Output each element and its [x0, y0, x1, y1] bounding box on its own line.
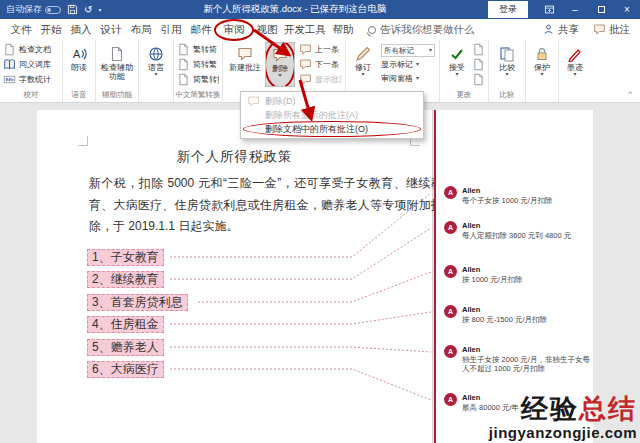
convert-icon [177, 73, 190, 86]
comment-card[interactable]: A Allen独生子女按 2000 元/月，非独生子女每人不超过 1000 元/… [444, 345, 590, 374]
accept-button[interactable]: 接受 ▾ [443, 42, 471, 87]
comment-bubble-icon [593, 23, 606, 36]
comment-card[interactable]: A Allen按 800 元-1500 元/月扣除 [444, 305, 590, 324]
undo-icon[interactable]: ↺ [84, 5, 92, 15]
group-accessibility: 检查辅助功能 辅助功能 [96, 40, 139, 102]
group-label-changes: 更改 [440, 89, 488, 101]
menu-item-delete[interactable]: 删除(D) [241, 94, 423, 108]
comment-card[interactable]: A Allen按 1000 元/月扣除 [444, 265, 590, 284]
tab-home[interactable]: 开始 [36, 20, 66, 40]
thesaurus-icon [3, 58, 16, 71]
highlighted-item-6[interactable]: 6、大病医疗 [87, 361, 164, 378]
tab-layout[interactable]: 布局 [126, 20, 156, 40]
delete-comment-button[interactable]: 删除 ▾ [265, 42, 295, 87]
share-icon [542, 23, 555, 36]
comment-card[interactable]: A Allen每人定额扣除 3600 元到 4800 元 [444, 221, 590, 240]
save-icon[interactable] [67, 4, 78, 15]
tab-references[interactable]: 引用 [156, 20, 186, 40]
tab-developer[interactable]: 开发工具 [282, 20, 328, 40]
avatar: A [444, 186, 457, 199]
delete-comment-icon [272, 47, 288, 63]
tab-design[interactable]: 设计 [96, 20, 126, 40]
highlighted-item-3[interactable]: 3、首套房贷利息 [87, 294, 188, 311]
ribbon-tab-row: 文件 开始 插入 设计 布局 引用 邮件 审阅 视图 开发工具 帮助 告诉我你想… [0, 19, 640, 40]
convert-icon [177, 58, 190, 71]
highlighted-item-2[interactable]: 2、继续教育 [87, 271, 164, 288]
menu-item-delete-all-in-document[interactable]: 删除文档中的所有批注(O) [241, 122, 423, 136]
tab-review[interactable]: 审阅 [216, 20, 252, 40]
compare-icon [499, 46, 515, 62]
document-title-bar-text: 新个人所得税政策.docx - 已保存到这台电脑 [101, 3, 488, 16]
sign-in-button[interactable]: 登录 [488, 1, 528, 18]
simplified-to-traditional-button[interactable]: 简转繁 [177, 57, 219, 71]
ink-button[interactable]: 墨迹 ▾ [562, 42, 588, 87]
share-button[interactable]: 共享 [542, 23, 579, 37]
previous-comment-icon [299, 43, 312, 56]
show-markup-dropdown[interactable]: 显示标记 ▾ [381, 58, 436, 71]
document-heading: 新个人所得税政策 [37, 148, 432, 166]
delete-comment-icon [247, 95, 260, 108]
qat-customize-icon[interactable]: ▾ [98, 6, 101, 13]
group-speech: 朗读 语音 [63, 40, 96, 102]
previous-change-icon[interactable] [472, 58, 485, 71]
tab-view[interactable]: 视图 [252, 20, 282, 40]
highlighted-item-5[interactable]: 5、赡养老人 [87, 339, 164, 356]
previous-comment-button[interactable]: 上一条 [299, 42, 342, 57]
group-label-accessibility: 辅助功能 [96, 89, 138, 101]
collapse-ribbon-icon[interactable]: ^ [628, 89, 632, 98]
show-comments-button[interactable]: 显示批注 [299, 72, 342, 87]
group-language: 语言 ▾ [139, 40, 174, 102]
reject-icon[interactable] [472, 43, 485, 56]
compare-button[interactable]: 比较 ▾ [492, 42, 522, 87]
comment-author: Allen [462, 186, 480, 195]
comment-card[interactable]: A Allen每个子女按 1000 元/月扣除 [444, 186, 590, 205]
group-label-speech: 语音 [63, 89, 95, 101]
track-changes-button[interactable]: 修订 ▾ [349, 42, 377, 87]
group-changes: 接受 ▾ 更改 [440, 40, 489, 102]
watermark-site: jingyanzongjie.com [489, 425, 637, 440]
new-comment-icon [237, 46, 253, 62]
group-compare: 比较 ▾ 比较 [489, 40, 526, 102]
maximize-button[interactable] [588, 0, 614, 19]
highlighted-item-1[interactable]: 1、子女教育 [87, 249, 164, 266]
traditional-to-simplified-button[interactable]: 繁转简 [177, 42, 219, 56]
check-accessibility-button[interactable]: 检查辅助功能 [99, 42, 135, 87]
ribbon-display-options-icon[interactable] [536, 0, 562, 19]
tell-me-search[interactable]: 告诉我你想要做什么 [368, 23, 475, 37]
thesaurus-button[interactable]: 同义词库 [3, 57, 59, 71]
convert-icon [177, 43, 190, 56]
protect-button[interactable]: 保护 ▾ [529, 42, 555, 87]
tab-mailings[interactable]: 邮件 [186, 20, 216, 40]
tab-file[interactable]: 文件 [6, 20, 36, 40]
comment-text: 按 1000 元/月扣除 [462, 275, 522, 284]
tab-insert[interactable]: 插入 [66, 20, 96, 40]
accept-icon [449, 46, 465, 62]
new-comment-button[interactable]: 新建批注 [226, 42, 264, 87]
next-comment-button[interactable]: 下一条 [299, 57, 342, 72]
display-for-review-dropdown[interactable]: 所有标记 ▾ [381, 44, 435, 57]
ribbon-tabs: 文件 开始 插入 设计 布局 引用 邮件 审阅 视图 开发工具 帮助 [0, 20, 358, 40]
conversion-button[interactable]: 简繁转换 [177, 73, 219, 87]
close-button[interactable]: × [614, 0, 640, 19]
group-label-proofing: 校对 [0, 89, 62, 101]
tab-help[interactable]: 帮助 [328, 20, 358, 40]
autosave-toggle[interactable]: 自动保存 [6, 3, 61, 16]
margin-corner-mark [78, 136, 88, 146]
language-button[interactable]: 语言 ▾ [142, 42, 170, 87]
comment-text: 按 800 元-1500 元/月扣除 [462, 315, 547, 324]
check-document-button[interactable]: 检查文档 [3, 42, 59, 56]
comment-text: 独生子女按 2000 元/月，非独生子女每人不超过 1000 元/月扣除 [462, 355, 590, 374]
menu-item-delete-all-shown[interactable]: 删除所有显示的批注(A) [241, 108, 423, 122]
next-change-icon[interactable] [472, 73, 485, 86]
read-aloud-button[interactable]: 朗读 [66, 42, 92, 87]
comment-author: Allen [462, 305, 480, 314]
word-count-button[interactable]: 字数统计 [3, 73, 59, 87]
highlighted-item-4[interactable]: 4、住房租金 [87, 316, 164, 333]
minimize-button[interactable]: – [562, 0, 588, 19]
document-page[interactable]: 新个人所得税政策 新个税，扣除 5000 元和“三险一金”，还可享受子女教育、继… [37, 110, 433, 443]
reviewing-pane-dropdown[interactable]: 审阅窗格 ▾ [381, 72, 436, 85]
avatar: A [444, 265, 457, 278]
avatar: A [444, 305, 457, 318]
dropdown-caret: ▾ [154, 72, 157, 77]
comments-panel-button[interactable]: 批注 [593, 23, 630, 37]
